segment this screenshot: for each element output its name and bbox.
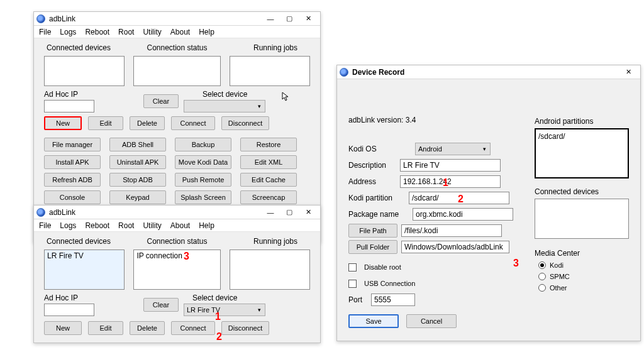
app-icon [340, 68, 348, 77]
running-jobs-label: Running jobs [241, 43, 310, 52]
clear-button[interactable]: Clear [143, 298, 179, 312]
address-input[interactable] [400, 175, 501, 188]
install-apk-button[interactable]: Install APK [44, 155, 101, 169]
connected-devices-list[interactable] [44, 56, 125, 86]
select-device-label: Select device [184, 90, 310, 99]
select-device-dropdown[interactable]: ▾ [184, 100, 265, 112]
menu-utility[interactable]: Utility [143, 221, 161, 230]
usb-connection-checkbox[interactable] [348, 280, 357, 288]
cancel-button[interactable]: Cancel [406, 314, 457, 328]
menu-logs[interactable]: Logs [60, 221, 76, 230]
radio-spmc[interactable]: SPMC [538, 273, 629, 280]
keypad-button[interactable]: Keypad [109, 190, 166, 204]
delete-button[interactable]: Delete [130, 321, 165, 335]
radio-other[interactable]: Other [538, 284, 629, 292]
save-button[interactable]: Save [348, 314, 399, 328]
window-title: adbLink [49, 208, 261, 217]
file-manager-button[interactable]: File manager [44, 138, 101, 151]
connected-devices-list[interactable]: LR Fire TV [44, 250, 125, 290]
adhoc-ip-input[interactable] [44, 100, 94, 112]
connection-status-list[interactable] [133, 56, 220, 86]
android-partitions-list[interactable]: /sdcard/ [535, 128, 629, 178]
callout-2: 2 [216, 331, 222, 343]
edit-button[interactable]: Edit [88, 321, 123, 335]
file-path-button[interactable]: File Path [348, 224, 397, 238]
menu-reboot[interactable]: Reboot [85, 221, 109, 230]
select-device-dropdown[interactable]: LR Fire TV▾ [184, 304, 265, 316]
menu-reboot[interactable]: Reboot [85, 28, 109, 36]
pull-folder-input[interactable] [401, 241, 509, 253]
screencap-button[interactable]: Screencap [240, 190, 297, 204]
connection-status-list[interactable]: IP connection [133, 250, 220, 290]
titlebar: adbLink — ▢ ✕ [34, 12, 320, 26]
radio-kodi[interactable]: Kodi [538, 261, 629, 269]
connected-devices-label: Connected devices [535, 187, 629, 196]
running-jobs-list[interactable] [230, 56, 310, 86]
menu-help[interactable]: Help [199, 221, 214, 230]
adhoc-ip-label: Ad Hoc IP [44, 293, 78, 302]
disconnect-button[interactable]: Disconnect [221, 321, 269, 335]
restore-button[interactable]: Restore [240, 138, 297, 151]
adhoc-ip-label: Ad Hoc IP [44, 90, 78, 99]
edit-xml-button[interactable]: Edit XML [240, 155, 297, 169]
package-name-label: Package name [348, 210, 409, 219]
callout-1: 1 [215, 311, 221, 322]
close-button[interactable]: ✕ [619, 66, 638, 79]
close-button[interactable]: ✕ [299, 206, 318, 219]
kodi-os-label: Kodi OS [348, 145, 411, 153]
maximize-button[interactable]: ▢ [280, 13, 299, 25]
radio-icon [538, 261, 546, 269]
edit-button[interactable]: Edit [88, 116, 123, 130]
close-button[interactable]: ✕ [299, 13, 318, 25]
console-button[interactable]: Console [44, 190, 101, 204]
callout-3: 3 [184, 251, 189, 262]
menu-about[interactable]: About [170, 28, 190, 36]
clear-button[interactable]: Clear [143, 94, 179, 108]
maximize-button[interactable]: ▢ [280, 206, 299, 219]
uninstall-apk-button[interactable]: Uninstall APK [109, 155, 166, 169]
file-path-input[interactable] [401, 224, 502, 237]
menu-about[interactable]: About [170, 221, 190, 230]
new-button[interactable]: New [44, 116, 82, 130]
port-input[interactable] [371, 293, 415, 306]
refresh-adb-button[interactable]: Refresh ADB [44, 173, 101, 187]
menu-root[interactable]: Root [118, 28, 134, 36]
menubar: File Logs Reboot Root Utility About Help [34, 219, 320, 232]
pull-folder-button[interactable]: Pull Folder [348, 240, 397, 254]
adblink-window-2: adbLink — ▢ ✕ File Logs Reboot Root Util… [33, 205, 321, 343]
stop-adb-button[interactable]: Stop ADB [109, 173, 166, 187]
menu-help[interactable]: Help [199, 28, 214, 36]
adb-shell-button[interactable]: ADB Shell [109, 138, 166, 151]
disconnect-button[interactable]: Disconnect [221, 116, 269, 130]
move-kodi-button[interactable]: Move Kodi Data [175, 155, 231, 169]
edit-cache-button[interactable]: Edit Cache [240, 173, 297, 187]
menu-root[interactable]: Root [118, 221, 134, 230]
description-input[interactable] [400, 159, 501, 172]
package-name-input[interactable] [413, 208, 513, 221]
minimize-button[interactable]: — [261, 13, 280, 25]
backup-button[interactable]: Backup [175, 138, 231, 151]
delete-button[interactable]: Delete [130, 116, 165, 130]
list-item[interactable]: /sdcard/ [538, 132, 565, 141]
disable-root-checkbox[interactable] [348, 263, 357, 272]
minimize-button[interactable]: — [261, 206, 280, 219]
app-icon [36, 14, 45, 23]
usb-connection-label: USB Connection [364, 280, 415, 287]
select-device-label: Select device [184, 293, 310, 302]
adhoc-ip-input[interactable] [44, 304, 94, 316]
window-title: Device Record [352, 68, 619, 77]
list-item[interactable]: LR Fire TV [47, 251, 84, 260]
menu-utility[interactable]: Utility [143, 28, 161, 36]
kodi-os-dropdown[interactable]: Android▾ [415, 143, 491, 155]
connect-button[interactable]: Connect [171, 116, 215, 130]
menu-file[interactable]: File [39, 28, 51, 36]
radio-icon [538, 273, 546, 280]
splash-button[interactable]: Splash Screen [175, 190, 231, 204]
connected-devices-list[interactable] [535, 199, 629, 239]
menu-logs[interactable]: Logs [60, 28, 76, 36]
push-remote-button[interactable]: Push Remote [175, 173, 231, 187]
connect-button[interactable]: Connect [171, 321, 215, 335]
running-jobs-list[interactable] [230, 250, 310, 290]
new-button[interactable]: New [44, 321, 82, 335]
menu-file[interactable]: File [39, 221, 51, 230]
